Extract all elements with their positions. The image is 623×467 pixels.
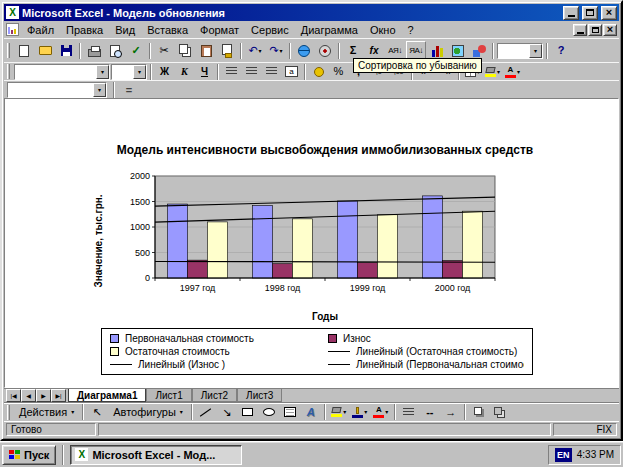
merge-center-button[interactable]: а — [282, 64, 301, 80]
copy-button[interactable] — [175, 41, 195, 60]
menu-item-7[interactable]: Окно — [364, 23, 402, 37]
font-size-combobox[interactable]: ▾ — [111, 64, 147, 80]
next-sheet-button[interactable]: ▶ — [36, 389, 51, 402]
line-style-button[interactable] — [399, 403, 419, 422]
trendline-2 — [155, 261, 495, 262]
menu-item-5[interactable]: Сервис — [245, 23, 295, 37]
select-objects-button[interactable]: ↖ — [87, 403, 107, 422]
chevron-down-icon: ▾ — [71, 409, 74, 415]
spelling-check-icon: ✓ — [131, 45, 140, 56]
font-dropdown-button[interactable]: ▾ — [96, 65, 109, 79]
start-button[interactable]: Пуск — [2, 445, 56, 465]
line-button[interactable] — [196, 403, 216, 422]
legend-label: Износ — [343, 333, 371, 344]
sheet-tab-2[interactable]: Лист2 — [192, 389, 237, 402]
zoom-dropdown-button[interactable]: ▾ — [529, 44, 542, 58]
rectangle-button[interactable] — [238, 403, 258, 422]
doc-restore-button[interactable] — [588, 24, 602, 36]
menu-item-3[interactable]: Вставка — [141, 23, 194, 37]
bold-button[interactable]: Ж — [155, 64, 174, 80]
doc-close-button[interactable]: × — [603, 24, 617, 36]
text-box-button[interactable] — [280, 403, 300, 422]
toolbar-grip[interactable] — [7, 64, 10, 79]
minimize-button[interactable] — [563, 6, 579, 20]
taskbar-excel-button[interactable]: X Microsoft Excel - Мод... — [70, 445, 242, 465]
cut-button[interactable]: ✂ — [154, 41, 174, 60]
draw-actions-menu-button[interactable]: Действия▾ — [14, 404, 79, 421]
web-toolbar-button[interactable] — [315, 41, 335, 60]
draw-font-color-button[interactable]: А▾ — [371, 403, 391, 422]
toolbar-grip[interactable] — [7, 43, 10, 58]
fill-color-button[interactable]: ▾ — [483, 64, 502, 80]
sheet-tab-1[interactable]: Лист1 — [146, 389, 191, 402]
font-size-dropdown-button[interactable]: ▾ — [133, 65, 146, 79]
arrow-style-icon: → — [445, 407, 456, 418]
menu-item-0[interactable]: Файл — [21, 23, 60, 37]
svg-text:1000: 1000 — [130, 222, 150, 232]
currency-button[interactable] — [309, 64, 328, 80]
zoom-combobox[interactable]: ▾ — [497, 43, 543, 59]
print-button[interactable] — [84, 41, 104, 60]
language-indicator[interactable]: EN — [555, 448, 572, 462]
formula-bar: ▾ = — [4, 80, 619, 98]
first-sheet-button[interactable]: |◀ — [6, 389, 21, 402]
menu-item-8[interactable]: ? — [402, 23, 420, 37]
legend-label: Остаточная стоимость — [125, 346, 230, 357]
font-name-combobox[interactable]: ▾ — [14, 64, 110, 80]
toolbar-grip[interactable] — [7, 405, 10, 420]
underline-button[interactable]: Ч — [195, 64, 214, 80]
wordart-button[interactable]: А — [301, 403, 321, 422]
bar-series1-cat3 — [443, 261, 463, 278]
close-button[interactable]: × — [601, 6, 617, 20]
doc-minimize-button[interactable] — [573, 24, 587, 36]
format-painter-button[interactable] — [217, 41, 237, 60]
spelling-button[interactable]: ✓ — [126, 41, 146, 60]
minimize-icon — [577, 32, 584, 34]
edit-formula-button[interactable]: = — [121, 84, 137, 96]
name-box-dropdown-button[interactable]: ▾ — [93, 83, 106, 97]
align-left-button[interactable] — [222, 64, 241, 80]
arrow-style-button[interactable]: → — [441, 403, 461, 422]
autoshapes-menu-button[interactable]: Автофигуры▾ — [108, 404, 188, 421]
previous-sheet-button[interactable]: ◀ — [21, 389, 36, 402]
arrow-button[interactable]: ↘ — [217, 403, 237, 422]
redo-arrow-icon: ↷ — [269, 45, 278, 56]
maximize-button[interactable] — [582, 6, 598, 20]
svg-text:1999 год: 1999 год — [350, 283, 386, 293]
font-color-button[interactable]: А▾ — [503, 64, 522, 80]
print-preview-button[interactable] — [105, 41, 125, 60]
copy-icon — [179, 44, 188, 54]
draw-line-color-button[interactable]: ▾ — [350, 403, 370, 422]
menu-item-4[interactable]: Формат — [194, 23, 245, 37]
oval-button[interactable] — [259, 403, 279, 422]
redo-button[interactable]: ↷▾ — [266, 41, 286, 60]
italic-button[interactable]: К — [175, 64, 194, 80]
open-button[interactable] — [35, 41, 55, 60]
menu-item-1[interactable]: Правка — [60, 23, 109, 37]
new-button[interactable] — [14, 41, 34, 60]
insert-hyperlink-button[interactable] — [294, 41, 314, 60]
sheet-tab-3[interactable]: Лист3 — [237, 389, 282, 402]
shadow-button[interactable] — [469, 403, 489, 422]
chart[interactable]: Модель интенсивности высвобождения иммоб… — [91, 143, 619, 375]
percent-button[interactable]: % — [329, 64, 348, 80]
threed-button[interactable] — [490, 403, 510, 422]
draw-fill-color-button[interactable]: ▾ — [329, 403, 349, 422]
undo-button[interactable]: ↶▾ — [245, 41, 265, 60]
save-button[interactable] — [56, 41, 76, 60]
menu-item-2[interactable]: Вид — [109, 23, 141, 37]
sheet-tab-0[interactable]: Диаграмма1 — [68, 389, 146, 402]
formula-input[interactable] — [141, 83, 616, 97]
chart-plot[interactable]: 05001000150020001997 год1998 год1999 год… — [105, 171, 545, 311]
office-assistant-button[interactable]: ? — [551, 41, 571, 60]
paste-button[interactable] — [196, 41, 216, 60]
dash-style-button[interactable]: -- — [420, 403, 440, 422]
menu-item-6[interactable]: Диаграмма — [295, 23, 364, 37]
minimize-icon — [568, 15, 575, 17]
last-sheet-button[interactable]: ▶| — [51, 389, 66, 402]
name-box[interactable]: ▾ — [7, 82, 107, 98]
align-center-button[interactable] — [242, 64, 261, 80]
align-right-button[interactable] — [262, 64, 281, 80]
line-icon — [200, 408, 211, 416]
bar-series1-cat2 — [358, 263, 378, 278]
